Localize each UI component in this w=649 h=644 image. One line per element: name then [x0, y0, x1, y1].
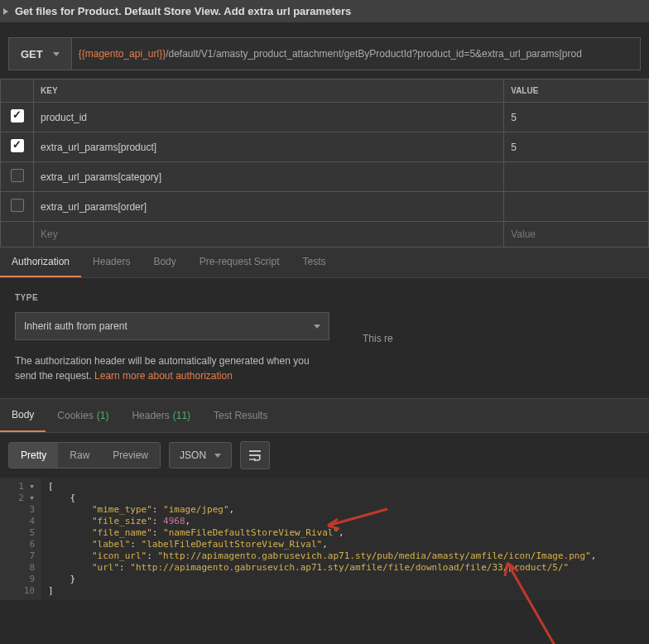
chevron-down-icon [214, 454, 221, 458]
http-method-select[interactable]: GET [8, 37, 71, 70]
param-key-placeholder[interactable]: Key [34, 222, 504, 248]
param-key-cell[interactable]: extra_url_params[order] [34, 192, 504, 222]
tab-test-results[interactable]: Test Results [202, 400, 279, 431]
table-row-new: KeyValue [1, 222, 649, 248]
param-key-cell[interactable]: extra_url_params[product] [34, 132, 504, 162]
params-table: KEY VALUE product_id5extra_url_params[pr… [0, 79, 649, 248]
response-body-viewer[interactable]: 12345678910 [ { "mime_type": "image/jpeg… [0, 478, 649, 600]
param-value-placeholder[interactable]: Value [504, 222, 649, 248]
auth-learn-more-link[interactable]: Learn more about authorization [94, 370, 233, 382]
tab-cookies[interactable]: Cookies(1) [46, 400, 120, 431]
annotation-arrow-icon [323, 507, 389, 532]
tab-pre-request-script[interactable]: Pre-request Script [188, 248, 291, 277]
chevron-down-icon [314, 324, 320, 329]
param-key-cell[interactable]: extra_url_params[category] [34, 162, 504, 192]
param-value-cell[interactable]: 5 [504, 103, 649, 132]
param-key-cell[interactable]: product_id [34, 103, 504, 132]
params-header-value: VALUE [504, 79, 649, 103]
request-header: Get files for Product. Default Store Vie… [0, 0, 649, 22]
line-number-gutter: 12345678910 [0, 478, 41, 600]
auth-type-label: TYPE [15, 293, 346, 302]
row-checkbox[interactable] [11, 109, 24, 123]
auth-help-text: The authorization header will be automat… [15, 353, 329, 383]
table-row: extra_url_params[category] [1, 162, 649, 192]
response-view-controls: PrettyRawPreview JSON [0, 433, 649, 478]
view-mode-group: PrettyRawPreview [8, 442, 161, 469]
authorization-panel: TYPE Inherit auth from parent The author… [0, 278, 649, 398]
chevron-down-icon [53, 52, 60, 56]
auth-type-value: Inherit auth from parent [24, 320, 127, 332]
url-input[interactable]: {{magento_api_url}}/default/V1/amasty_pr… [71, 37, 641, 70]
view-mode-preview[interactable]: Preview [101, 443, 160, 468]
param-value-cell[interactable] [504, 162, 649, 192]
url-variable-token: {{magento_api_url}} [79, 48, 166, 60]
tab-tests[interactable]: Tests [291, 248, 337, 277]
table-row: extra_url_params[product]5 [1, 132, 649, 162]
response-tabs: Body Cookies(1) Headers(11) Test Results [0, 398, 649, 433]
disclosure-icon[interactable] [2, 7, 10, 16]
view-mode-raw[interactable]: Raw [58, 443, 101, 468]
tab-body[interactable]: Body [142, 248, 187, 277]
table-row: product_id5 [1, 103, 649, 132]
params-header-checkbox [1, 79, 34, 103]
row-checkbox[interactable] [11, 139, 24, 152]
param-value-cell[interactable]: 5 [504, 132, 649, 162]
auth-type-select[interactable]: Inherit auth from parent [15, 312, 329, 340]
param-value-cell[interactable] [504, 192, 649, 222]
tab-authorization[interactable]: Authorization [0, 248, 81, 277]
row-checkbox[interactable] [11, 199, 24, 212]
row-checkbox[interactable] [11, 169, 24, 182]
format-value: JSON [180, 449, 206, 461]
tab-headers[interactable]: Headers(11) [120, 400, 202, 431]
view-mode-pretty[interactable]: Pretty [9, 443, 58, 468]
tab-body[interactable]: Body [0, 399, 46, 432]
wrap-lines-button[interactable] [240, 441, 270, 469]
auth-right-hint: This re [363, 293, 393, 383]
url-bar: GET {{magento_api_url}}/default/V1/amast… [8, 37, 641, 70]
request-tabs: AuthorizationHeadersBodyPre-request Scri… [0, 248, 649, 278]
table-row: extra_url_params[order] [1, 192, 649, 222]
url-path: /default/V1/amasty_product_attachment/ge… [166, 48, 582, 60]
annotation-arrow-icon [396, 556, 561, 644]
http-method-label: GET [21, 48, 43, 60]
params-header-key: KEY [34, 79, 504, 103]
format-select[interactable]: JSON [169, 442, 232, 469]
request-title: Get files for Product. Default Store Vie… [15, 5, 351, 17]
tab-headers[interactable]: Headers [81, 248, 142, 277]
